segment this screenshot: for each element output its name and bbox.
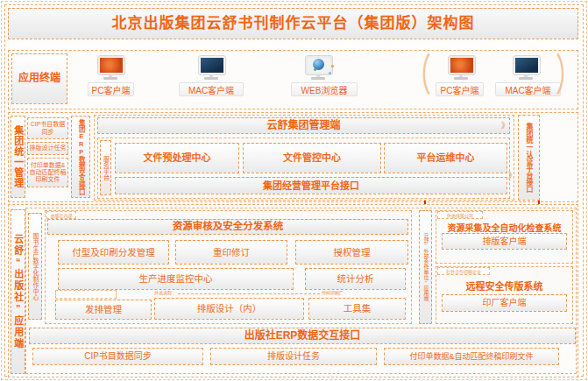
- imac-monitor-icon: [199, 56, 223, 81]
- client-box: 印厂客户端: [442, 294, 567, 312]
- flow-line: [178, 293, 320, 294]
- group-band-side-label: 集团统一管理: [11, 116, 25, 198]
- group-management-bar: 云舒集团管理端: [97, 117, 510, 134]
- module-box: 授权管理: [295, 240, 408, 265]
- blank-tab: [55, 290, 117, 299]
- sync-item: CIP书目数据同步: [27, 117, 68, 139]
- external-group-tab: 社外合作印刷企业: [437, 267, 490, 275]
- center-box: 文件预处理中心: [115, 143, 239, 173]
- terminal-band-label: 应用终端: [11, 53, 67, 104]
- external-side-label: 云舒“外部合作单位”应用端: [419, 210, 432, 324]
- external-group-header: 远程安全传版系统: [438, 279, 570, 291]
- flow-note-left: 外派流程: [154, 290, 172, 295]
- group-paren-close: [556, 53, 582, 98]
- terminal-item-label: MAC客户端: [495, 82, 561, 96]
- erp-item-box: CIP书目数据同步: [32, 348, 203, 365]
- group-paren-open: [405, 53, 431, 98]
- erp-item-box: 排版设计任务: [210, 348, 377, 365]
- center-box: 文件管控中心: [243, 143, 381, 173]
- module-box: 工具集: [308, 298, 406, 320]
- double-chevron-icon: [501, 122, 509, 130]
- terminal-item-label: PC客户端: [436, 82, 484, 96]
- client-box: 排版客户端: [442, 233, 567, 250]
- auth-interface-strip: 集团统一认证平台接口: [518, 115, 540, 201]
- publisher-band-side-label: 云舒“出版社”应用端: [11, 209, 25, 374]
- flow-note-right: 付梓印刷厂: [322, 290, 344, 295]
- imac-monitor-icon: [514, 56, 538, 81]
- pc-monitor-icon: [449, 56, 473, 81]
- terminal-item-label: MAC客户端: [179, 82, 244, 96]
- double-chevron-icon: [508, 172, 516, 180]
- group-erp-interface: 集团ERP数据交互接口: [71, 116, 90, 198]
- external-group-header: 资源采集及全自动化检查系统: [438, 221, 570, 232]
- terminal-band: [8, 50, 578, 109]
- terminal-item-label: PC客户端: [88, 82, 134, 96]
- center-box: 平台运维中心: [384, 143, 507, 173]
- production-strip-label: 图书生产数字化制作中心: [28, 213, 42, 320]
- terminal-item-label: WEB浏览器: [291, 82, 358, 96]
- erp-item-box: 付印单数据&自动匹配终稿印刷文件: [384, 348, 559, 365]
- module-box: 发排管理: [55, 300, 152, 320]
- publisher-erp-bar: 出版社ERP数据交互接口: [29, 328, 576, 344]
- service-platform-label: 服务平台: [100, 140, 111, 195]
- page-title: 北京出版集团云舒书刊制作云平台（集团版）架构图: [8, 8, 578, 39]
- review-panel-header: 资源审核及安全分发系统: [47, 219, 408, 235]
- architecture-diagram: 北京出版集团云舒书刊制作云平台（集团版）架构图 应用终端 PC客户端 MAC客户…: [0, 0, 588, 381]
- external-group-tab: 外协排版公司: [437, 211, 483, 219]
- sync-item: 排版设计任务: [27, 142, 68, 155]
- platform-interface-bar: 集团经营管理平台接口: [115, 177, 507, 194]
- sync-item: 付印单数据&自动匹配终稿印刷文件: [27, 158, 68, 187]
- module-box: 生产进度监控中心: [58, 268, 294, 290]
- web-browser-icon: [306, 56, 330, 81]
- pc-monitor-icon: [98, 56, 123, 81]
- module-box: 统计分析: [305, 268, 406, 290]
- review-panel-tab: 出版社内部: [46, 211, 76, 219]
- module-box: 排版设计（内）: [154, 298, 304, 320]
- module-box: 付型及印刷分发管理: [58, 240, 169, 265]
- module-box: 重印修订: [175, 240, 287, 265]
